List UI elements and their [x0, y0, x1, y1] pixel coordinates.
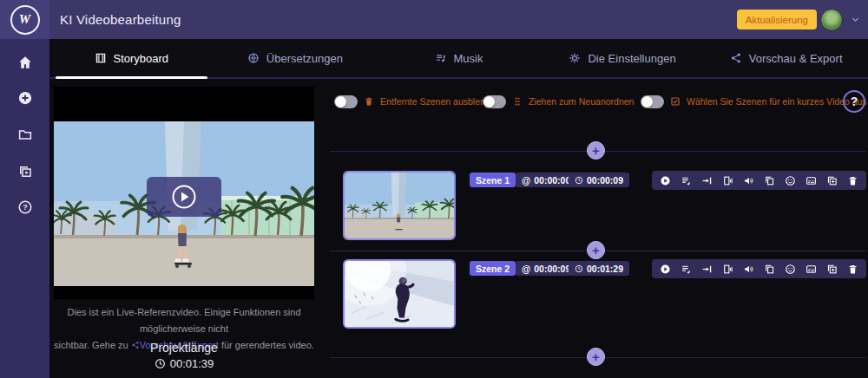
- avatar[interactable]: [820, 9, 843, 31]
- help-button[interactable]: ?: [843, 90, 865, 113]
- trash-icon: [364, 96, 374, 107]
- add-scene-button[interactable]: [587, 348, 605, 366]
- scene-2-toolbar: [652, 259, 866, 278]
- toggle-hide-removed-scenes: Entfernte Szenen ausblenden: [334, 94, 500, 108]
- voice-icon: [722, 175, 733, 186]
- split-button[interactable]: [699, 261, 714, 277]
- add-scene-button[interactable]: [587, 241, 605, 259]
- app-window: W KI Videobearbeitung Aktualisierung Sto…: [0, 0, 868, 378]
- toggle-drag-to-reorder: Ziehen zum Neuanordnen: [483, 94, 634, 108]
- voice-button[interactable]: [720, 261, 735, 277]
- app-logo[interactable]: W: [0, 0, 49, 39]
- page-title: KI Videobearbeitung: [60, 12, 181, 27]
- volume-button[interactable]: [740, 173, 756, 188]
- duplicate-button[interactable]: [825, 173, 840, 188]
- split-icon: [701, 264, 713, 275]
- split-button[interactable]: [699, 173, 714, 188]
- copy-button[interactable]: [762, 173, 778, 188]
- duplicate-add-icon: [826, 175, 838, 186]
- tab-musik[interactable]: Musik: [377, 39, 541, 77]
- globe-icon: [247, 52, 260, 64]
- volume-icon: [743, 175, 754, 186]
- toggle-label: Wählen Sie Szenen für ein kurzes Video a…: [687, 96, 867, 107]
- video-library-icon: [17, 164, 33, 179]
- volume-icon: [743, 264, 754, 275]
- drag-handle-icon: [512, 96, 523, 107]
- checkbox-icon: [670, 96, 681, 107]
- emoji-icon: [785, 264, 796, 275]
- trash-icon: [847, 264, 858, 275]
- script-icon: [681, 175, 692, 186]
- tab-einstellungen[interactable]: Die Einstellungen: [541, 39, 705, 77]
- chevron-down-icon[interactable]: [850, 14, 861, 25]
- sidebar-item-help[interactable]: [0, 192, 49, 222]
- film-icon: [95, 52, 107, 64]
- subtitle-button[interactable]: [804, 173, 819, 188]
- scene-1-badge[interactable]: Szene 1: [470, 173, 516, 187]
- at-icon: @: [522, 175, 530, 186]
- play-circle-icon: [660, 264, 671, 275]
- emoji-icon: [785, 175, 796, 186]
- play-scene-button[interactable]: [657, 173, 673, 188]
- clock-icon: [575, 176, 583, 185]
- voice-icon: [722, 264, 733, 275]
- script-button[interactable]: [678, 173, 694, 188]
- delete-button[interactable]: [845, 261, 861, 277]
- toggle-switch[interactable]: [334, 95, 358, 108]
- question-circle-icon: [17, 199, 33, 215]
- tab-vorschau-export[interactable]: Vorschau & Export: [704, 39, 868, 77]
- scene-2-frame-snowboarder: [345, 261, 454, 327]
- delete-button[interactable]: [845, 173, 861, 188]
- toggle-label: Ziehen zum Neuanordnen: [529, 96, 634, 107]
- clock-icon: [575, 264, 583, 273]
- tab-uebersetzungen[interactable]: Übersetzungen: [214, 39, 378, 77]
- update-button[interactable]: Aktualisierung: [737, 10, 817, 29]
- toggle-switch[interactable]: [641, 95, 664, 108]
- duplicate-button[interactable]: [825, 261, 840, 277]
- scene-1-thumbnail[interactable]: [343, 171, 456, 240]
- play-circle-icon: [660, 175, 671, 186]
- play-overlay[interactable]: [147, 177, 221, 217]
- scene-2-duration-badge[interactable]: 00:01:29: [569, 261, 629, 276]
- sidebar-item-home[interactable]: [0, 48, 49, 77]
- project-length-label: Projektlänge: [54, 341, 314, 355]
- sidebar-item-create[interactable]: [0, 83, 49, 113]
- duplicate-add-icon: [826, 264, 838, 275]
- scene-2-thumbnail[interactable]: [343, 259, 456, 329]
- header: KI Videobearbeitung Aktualisierung: [49, 0, 868, 39]
- scene-1-start-badge[interactable]: @ 00:00:00: [516, 173, 576, 187]
- subtitle-button[interactable]: [804, 261, 819, 277]
- copy-icon: [764, 175, 775, 186]
- gear-icon: [569, 52, 581, 64]
- share-icon: [730, 52, 742, 64]
- toggle-switch[interactable]: [483, 95, 506, 108]
- video-preview[interactable]: [54, 87, 314, 299]
- sidebar-item-projects[interactable]: [0, 120, 49, 149]
- scene-1-toolbar: [652, 171, 866, 190]
- emoji-button[interactable]: [783, 173, 799, 188]
- home-icon: [17, 55, 33, 70]
- volume-button[interactable]: [740, 261, 756, 277]
- scene-2-start-badge[interactable]: @ 00:00:09: [516, 261, 576, 276]
- script-button[interactable]: [678, 261, 694, 277]
- clock-icon: [155, 358, 166, 369]
- emoji-button[interactable]: [783, 261, 799, 277]
- toggle-select-scenes-short-video: Wählen Sie Szenen für ein kurzes Video a…: [641, 94, 867, 108]
- scene-1-duration-badge[interactable]: 00:00:09: [569, 173, 629, 187]
- folder-icon: [17, 127, 33, 142]
- copy-icon: [764, 264, 775, 275]
- scene-2-badge[interactable]: Szene 2: [470, 261, 516, 276]
- tab-storyboard[interactable]: Storyboard: [49, 39, 214, 77]
- logo-letter: W: [19, 12, 30, 27]
- add-circle-icon: [17, 90, 33, 106]
- play-scene-button[interactable]: [657, 261, 673, 277]
- add-scene-button[interactable]: [587, 141, 605, 160]
- notice-line1: Dies ist ein Live-Referenzvideo. Einige …: [67, 307, 300, 334]
- subtitle-icon: [806, 175, 817, 186]
- play-icon: [171, 184, 197, 210]
- trash-icon: [847, 175, 858, 186]
- copy-button[interactable]: [762, 261, 778, 277]
- voice-button[interactable]: [720, 173, 735, 188]
- tab-bar: Storyboard Übersetzungen Musik Die Einst…: [49, 39, 868, 79]
- sidebar-item-media[interactable]: [0, 157, 49, 186]
